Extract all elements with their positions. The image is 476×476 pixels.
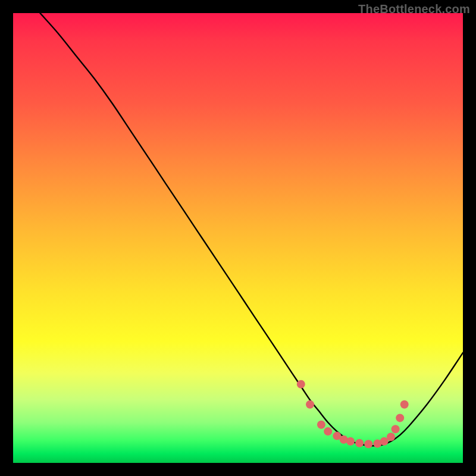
optimal-range-markers	[297, 380, 409, 449]
marker-dot	[392, 425, 400, 433]
bottleneck-curve	[40, 13, 463, 446]
marker-dot	[364, 440, 372, 448]
watermark-text: TheBottleneck.com	[358, 2, 470, 16]
marker-dot	[317, 421, 325, 429]
chart-canvas: TheBottleneck.com	[0, 0, 476, 476]
marker-dot	[355, 439, 364, 447]
marker-dot	[297, 380, 305, 389]
marker-dot	[387, 433, 395, 441]
marker-dot	[324, 427, 332, 436]
marker-dot	[396, 414, 404, 422]
plot-area	[13, 13, 463, 463]
chart-svg	[13, 13, 463, 463]
marker-dot	[306, 400, 314, 409]
marker-dot	[346, 437, 355, 446]
marker-dot	[400, 400, 409, 409]
